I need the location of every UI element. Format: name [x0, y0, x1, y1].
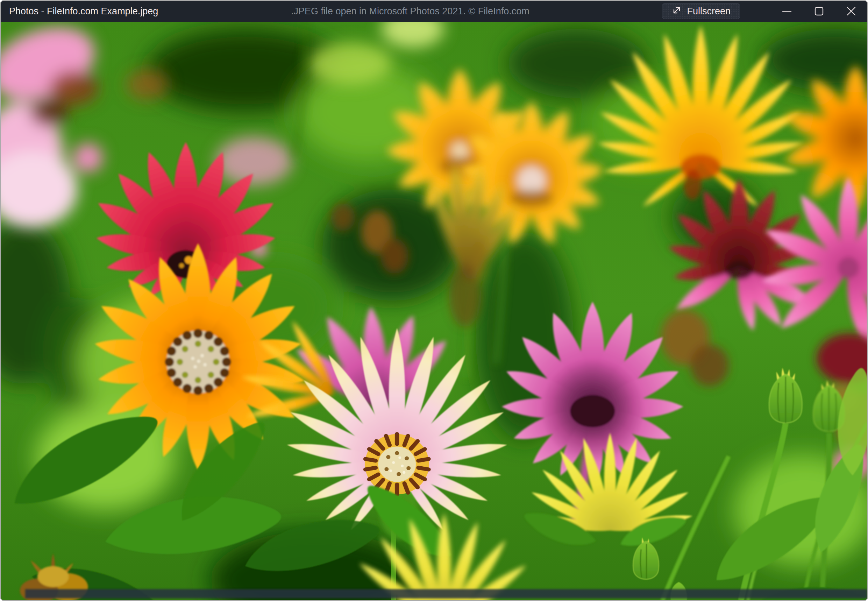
maximize-button[interactable] — [803, 1, 835, 22]
photo-viewer[interactable] — [1, 22, 867, 600]
window-controls: Fullscreen — [662, 1, 867, 22]
titlebar-caption: .JPEG file open in Microsoft Photos 2021… — [158, 6, 662, 17]
close-button[interactable] — [835, 1, 867, 22]
close-icon — [846, 6, 856, 16]
titlebar[interactable]: Photos - FileInfo.com Example.jpeg .JPEG… — [1, 1, 867, 22]
fullscreen-button[interactable]: Fullscreen — [662, 3, 740, 19]
window-title: Photos - FileInfo.com Example.jpeg — [1, 6, 158, 17]
fullscreen-label: Fullscreen — [687, 6, 731, 17]
minimize-icon — [782, 6, 792, 16]
diagonal-resize-arrow-icon — [672, 5, 682, 18]
photos-app-window: Photos - FileInfo.com Example.jpeg .JPEG… — [0, 0, 868, 601]
flower-photo — [1, 22, 867, 600]
minimize-button[interactable] — [771, 1, 803, 22]
maximize-icon — [814, 6, 824, 16]
